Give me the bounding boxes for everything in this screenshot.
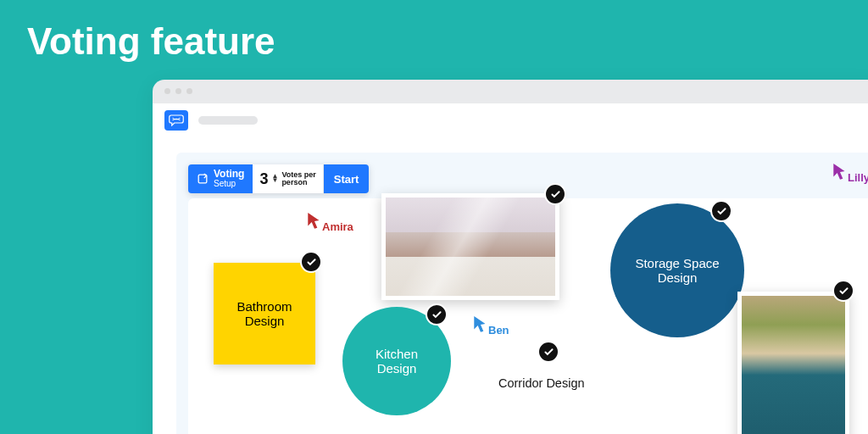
text-label: Corridor Design xyxy=(498,376,585,390)
vote-badge[interactable] xyxy=(832,280,854,302)
vote-badge[interactable] xyxy=(426,303,448,326)
image-card-livingroom[interactable] xyxy=(737,292,849,434)
app-logo-icon xyxy=(164,110,188,131)
circle-storage[interactable]: Storage Space Design xyxy=(610,203,744,337)
check-icon xyxy=(550,189,561,200)
check-icon xyxy=(838,286,849,297)
votes-per-person-stepper[interactable]: 3 ▲▼ Votes per person xyxy=(253,164,323,193)
vote-badge[interactable] xyxy=(300,251,322,273)
browser-window: Voting Setup 3 ▲▼ Votes per person Start xyxy=(153,80,868,434)
board-title-placeholder xyxy=(198,116,258,125)
traffic-dot xyxy=(186,88,192,94)
canvas-area: Voting Setup 3 ▲▼ Votes per person Start xyxy=(176,153,868,434)
whiteboard-canvas[interactable]: Amira Bathroom Design Kitchen Design xyxy=(188,198,868,434)
user-cursor-lilly: Lilly xyxy=(832,163,848,184)
votes-per-line2: person xyxy=(281,179,315,186)
window-controls xyxy=(164,88,192,94)
user-cursor-amira: Amira xyxy=(307,212,322,233)
traffic-dot xyxy=(164,88,170,94)
start-button[interactable]: Start xyxy=(324,164,370,193)
traffic-dot xyxy=(175,88,181,94)
image-card-bedroom[interactable] xyxy=(381,193,559,300)
cursor-name: Ben xyxy=(488,324,509,337)
app-topbar xyxy=(153,103,868,137)
circle-label: Storage Space Design xyxy=(622,256,732,285)
check-icon xyxy=(431,309,442,320)
cursor-icon xyxy=(307,212,322,231)
voting-icon xyxy=(197,173,209,185)
vote-badge[interactable] xyxy=(710,200,732,222)
voting-sublabel: Setup xyxy=(214,180,244,189)
app-frame: Voting Setup 3 ▲▼ Votes per person Start xyxy=(153,103,868,434)
text-node-corridor[interactable]: Corridor Design xyxy=(498,376,585,390)
votes-count-value: 3 xyxy=(259,170,268,188)
cursor-name: Lilly xyxy=(848,171,868,184)
voting-mode-button[interactable]: Voting Setup xyxy=(188,164,253,193)
stepper-arrows-icon: ▲▼ xyxy=(271,175,278,183)
check-icon xyxy=(716,206,727,217)
cursor-icon xyxy=(473,315,488,334)
voting-toolbar: Voting Setup 3 ▲▼ Votes per person Start xyxy=(188,164,369,193)
cursor-name: Amira xyxy=(322,220,353,233)
vote-badge[interactable] xyxy=(537,341,559,363)
circle-label: Kitchen Design xyxy=(354,347,439,376)
page-title: Voting feature xyxy=(27,20,275,63)
sticky-label: Bathroom Design xyxy=(222,299,307,328)
vote-badge[interactable] xyxy=(544,183,566,205)
check-icon xyxy=(543,347,554,358)
sticky-note-bathroom[interactable]: Bathroom Design xyxy=(214,263,315,364)
user-cursor-ben: Ben xyxy=(473,315,488,337)
cursor-icon xyxy=(832,163,848,181)
check-icon xyxy=(306,257,317,268)
